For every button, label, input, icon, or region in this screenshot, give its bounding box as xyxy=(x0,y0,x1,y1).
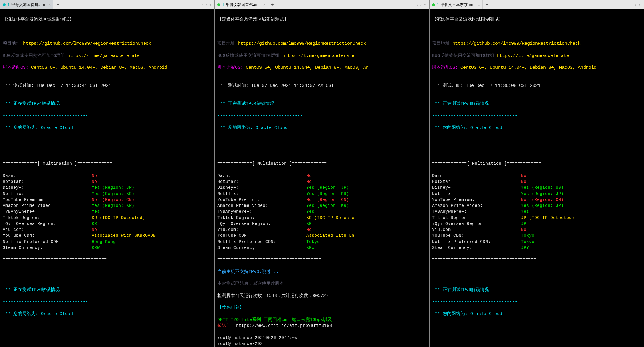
os-value: CentOS 6+, Ubuntu 14.04+, Debian 8+, Mac… xyxy=(243,65,369,70)
tab-bar: 1 甲骨文韩国春川arm × + ‹ › ▾ xyxy=(0,0,214,9)
status-dot-icon xyxy=(217,3,220,6)
service-value: JP (IDC IP Detected) xyxy=(521,215,574,221)
nav-prev-icon[interactable]: ‹ xyxy=(631,2,632,7)
terminal-tab[interactable]: 1 甲骨文日本东京arm × xyxy=(430,0,483,9)
nav-next-icon[interactable]: › xyxy=(206,2,207,7)
network-label: ** 您的网络为: xyxy=(217,125,253,130)
service-row: Steam Currency:KRW xyxy=(217,245,427,251)
tab-number: 1 xyxy=(437,2,439,7)
new-tab-button[interactable]: + xyxy=(268,2,277,7)
service-row: Steam Currency:JPY xyxy=(432,245,641,251)
tab-nav: ‹ › ▾ xyxy=(628,2,644,7)
service-value: Yes xyxy=(306,209,314,215)
service-row: iQyi Oversea Region:KR xyxy=(3,221,212,227)
service-value: Tokyo xyxy=(306,239,320,245)
ip-test-label: ** 正在测试IPv4解锁情况 xyxy=(432,101,641,107)
terminal-tab[interactable]: 1 甲骨文韩国首尔arm × xyxy=(215,0,268,9)
test-header: 【流媒体平台及游戏区域限制测试】 xyxy=(3,17,212,23)
ip-test-label: ** 正在测试IPv6解锁情况 xyxy=(432,287,641,293)
prompt[interactable]: root@instance-20210526-2047:~# xyxy=(217,335,427,341)
os-label: 脚本适配OS: xyxy=(432,65,458,70)
service-value: Yes (Region: KR) xyxy=(92,203,134,209)
network-value: Oracle Cloud xyxy=(468,311,502,316)
nav-menu-icon[interactable]: ▾ xyxy=(209,2,211,7)
nav-prev-icon[interactable]: ‹ xyxy=(202,2,203,7)
service-row: YouTube Premium:No (Region: CN) xyxy=(217,197,427,203)
service-row: Viu.com:No xyxy=(432,227,641,233)
close-icon[interactable]: × xyxy=(478,2,480,7)
nav-next-icon[interactable]: › xyxy=(635,2,636,7)
test-time: ** 测试时间: Tue Dec 7 11:33:41 CST 2021 xyxy=(3,83,212,89)
service-label: Netflix Preferred CDN: xyxy=(432,239,521,245)
service-row: YouTube CDN:Associated with LG xyxy=(217,233,427,239)
bug-url: https://t.me/gameaccelerate xyxy=(494,53,569,58)
new-tab-button[interactable]: + xyxy=(483,2,491,7)
service-label: Tiktok Region: xyxy=(3,215,92,221)
network-label: ** 您的网络为: xyxy=(3,311,38,316)
service-label: YouTube CDN: xyxy=(432,233,521,239)
service-label: HotStar: xyxy=(3,179,92,185)
close-icon[interactable]: × xyxy=(49,2,51,7)
service-row: Tiktok Region:JP (IDC IP Detected) xyxy=(432,215,641,221)
close-icon[interactable]: × xyxy=(263,2,266,7)
service-row: TVBAnywhere+:Yes xyxy=(432,209,641,215)
service-value: No xyxy=(521,173,526,179)
terminal-output[interactable]: 【流媒体平台及游戏区域限制测试】 项目地址 https://github.com… xyxy=(0,9,214,347)
nav-menu-icon[interactable]: ▾ xyxy=(639,2,641,7)
service-row: YouTube CDN:Tokyo xyxy=(432,233,641,239)
nav-next-icon[interactable]: › xyxy=(420,2,422,7)
service-label: Steam Currency: xyxy=(432,245,521,251)
tab-title: 甲骨文日本东京arm xyxy=(441,2,474,7)
terminal-output[interactable]: 【流媒体平台及游戏区域限制测试】 项目地址 https://github.com… xyxy=(215,9,429,347)
service-row: Netflix:Yes (Region: JP) xyxy=(432,191,641,197)
service-label: Disney+: xyxy=(217,185,306,191)
service-label: Viu.com: xyxy=(3,227,92,233)
service-label: Amazon Prime Video: xyxy=(3,203,92,209)
service-label: Disney+: xyxy=(3,185,92,191)
service-label: TVBAnywhere+: xyxy=(3,209,92,215)
bug-label: BUG反馈或使用交流可加TG群组 xyxy=(217,53,280,58)
network-value: Oracle Cloud xyxy=(38,311,73,316)
service-label: Netflix: xyxy=(432,191,521,197)
ip-test-label: ** 正在测试IPv4解锁情况 xyxy=(217,101,427,107)
service-value: KRW xyxy=(92,245,100,251)
service-label: Amazon Prime Video: xyxy=(217,203,306,209)
service-row: HotStar:No xyxy=(3,179,212,185)
service-row: Netflix Preferred CDN:Tokyo xyxy=(432,239,641,245)
service-label: iQyi Oversea Region: xyxy=(432,221,521,227)
os-line: 脚本适配OS: CentOS 6+, Ubuntu 14.04+, Debian… xyxy=(3,65,212,71)
service-row: Amazon Prime Video:Yes (Region: KR) xyxy=(3,203,212,209)
test-header: 【流媒体平台及游戏区域限制测试】 xyxy=(217,17,427,23)
bug-line: BUG反馈或使用交流可加TG群组 https://t.me/gameaccele… xyxy=(432,53,641,59)
service-row: Viu.com:No xyxy=(217,227,427,233)
service-value: Hong Kong xyxy=(92,239,116,245)
service-row: Viu.com:No xyxy=(3,227,212,233)
prompt[interactable]: root@instance-202 xyxy=(217,341,427,347)
service-value: KR xyxy=(306,221,312,227)
service-label: HotStar: xyxy=(432,179,521,185)
service-label: TVBAnywhere+: xyxy=(432,209,521,215)
service-row: Disney+:Yes (Region: JP) xyxy=(3,185,212,191)
nav-prev-icon[interactable]: ‹ xyxy=(417,2,418,7)
service-row: Amazon Prime Video:Yes (Region: JP) xyxy=(432,203,641,209)
service-label: iQyi Oversea Region: xyxy=(3,221,92,227)
service-row: YouTube Premium:No (Region: CN) xyxy=(3,197,212,203)
terminal-tab[interactable]: 1 甲骨文韩国春川arm × xyxy=(0,0,53,9)
service-row: Netflix Preferred CDN:Tokyo xyxy=(217,239,427,245)
tab-title: 甲骨文韩国春川arm xyxy=(11,2,45,7)
os-line: 脚本适配OS: CentOS 6+, Ubuntu 14.04+, Debian… xyxy=(432,65,641,71)
service-label: Steam Currency: xyxy=(217,245,306,251)
proj-line: 项目地址 https://github.com/lmc999/RegionRes… xyxy=(217,41,427,47)
tab-bar: 1 甲骨文韩国首尔arm × + ‹ › ▾ xyxy=(215,0,429,9)
service-value: Yes (Region: JP) xyxy=(92,185,134,191)
new-tab-button[interactable]: + xyxy=(53,2,62,7)
service-label: Dazn: xyxy=(217,173,306,179)
nav-menu-icon[interactable]: ▾ xyxy=(424,2,426,7)
tab-title: 甲骨文韩国首尔arm xyxy=(226,2,259,7)
service-label: Amazon Prime Video: xyxy=(432,203,521,209)
separator: -------------------------------- xyxy=(432,113,641,119)
terminal-output[interactable]: 【流媒体平台及游戏区域限制测试】 项目地址 https://github.com… xyxy=(430,9,644,347)
service-value: Yes (Region: JP) xyxy=(521,191,564,197)
service-label: TVBAnywhere+: xyxy=(217,209,306,215)
test-header: 【流媒体平台及游戏区域限制测试】 xyxy=(432,17,641,23)
